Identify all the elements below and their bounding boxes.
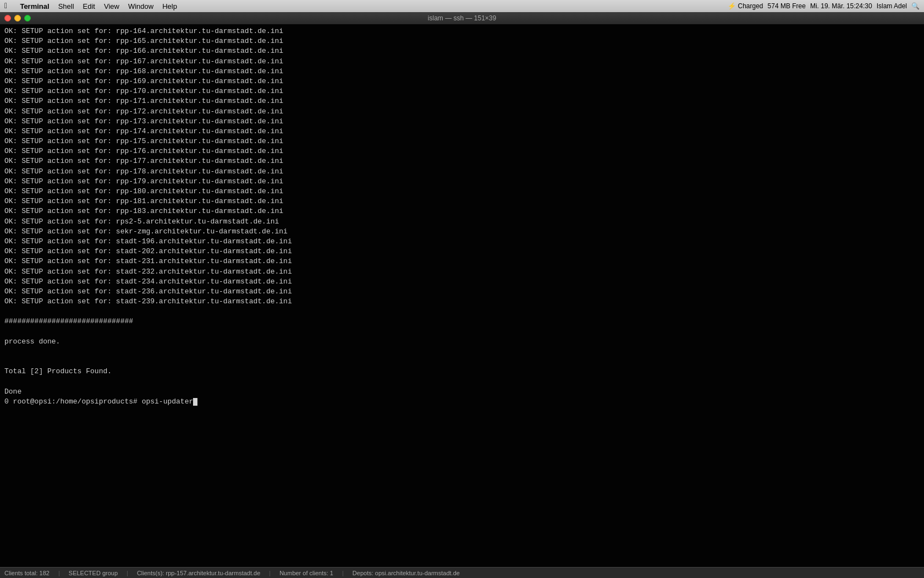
datetime: Mi. 19. Mär. 15:24:30 bbox=[810, 2, 872, 10]
terminal-line: OK: SETUP action set for: rpp-169.archit… bbox=[4, 77, 920, 86]
terminal-line: OK: SETUP action set for: rpp-175.archit… bbox=[4, 137, 920, 146]
terminal-line: OK: SETUP action set for: rpp-168.archit… bbox=[4, 67, 920, 77]
terminal-line: OK: SETUP action set for: stadt-239.arch… bbox=[4, 297, 920, 307]
terminal-line: OK: SETUP action set for: rpp-183.archit… bbox=[4, 206, 920, 216]
terminal-line: OK: SETUP action set for: rpp-172.archit… bbox=[4, 107, 920, 117]
terminal-line: OK: SETUP action set for: stadt-236.arch… bbox=[4, 287, 920, 297]
terminal-window: islam — ssh — 151×39 OK: SETUP action se… bbox=[0, 12, 924, 578]
terminal-line: OK: SETUP action set for: stadt-232.arch… bbox=[4, 267, 920, 277]
username: Islam Adel bbox=[877, 2, 907, 10]
terminal-line: OK: SETUP action set for: stadt-202.arch… bbox=[4, 247, 920, 257]
menu-terminal[interactable]: Terminal bbox=[20, 2, 49, 10]
terminal-title: islam — ssh — 151×39 bbox=[428, 14, 496, 22]
status-bar: Clients total: 182 | SELECTED group | Cl… bbox=[0, 567, 924, 578]
terminal-line: OK: SETUP action set for: sekr-zmg.archi… bbox=[4, 227, 920, 237]
menubar:  Terminal Shell Edit View Window Help ⚡… bbox=[0, 0, 924, 12]
menubar-right: ⚡ Charged 574 MB Free Mi. 19. Mär. 15:24… bbox=[728, 2, 920, 10]
terminal-line: OK: SETUP action set for: rpp-171.archit… bbox=[4, 96, 920, 106]
done-line: Done bbox=[4, 387, 920, 397]
menu-edit[interactable]: Edit bbox=[83, 2, 95, 10]
terminal-content[interactable]: OK: SETUP action set for: rpp-164.archit… bbox=[0, 24, 924, 567]
maximize-button[interactable] bbox=[24, 15, 31, 21]
depots: Depots: opsi.architektur.tu-darmstadt.de bbox=[353, 570, 460, 576]
menu-view[interactable]: View bbox=[104, 2, 119, 10]
minimize-button[interactable] bbox=[14, 15, 21, 21]
terminal-line: OK: SETUP action set for: rps2-5.archite… bbox=[4, 217, 920, 227]
traffic-lights bbox=[4, 15, 31, 21]
terminal-line: OK: SETUP action set for: rpp-173.archit… bbox=[4, 117, 920, 127]
clients-selected: Clients(s): rpp-157.architektur.tu-darms… bbox=[137, 570, 260, 576]
number-of-clients: Number of clients: 1 bbox=[279, 570, 333, 576]
terminal-line: OK: SETUP action set for: rpp-170.archit… bbox=[4, 86, 920, 96]
terminal-titlebar: islam — ssh — 151×39 bbox=[0, 12, 924, 24]
search-icon[interactable]: 🔍 bbox=[911, 2, 920, 10]
terminal-line: OK: SETUP action set for: rpp-176.archit… bbox=[4, 146, 920, 156]
apple-menu[interactable]:  bbox=[4, 2, 9, 10]
hash-line: ############################## bbox=[4, 317, 920, 326]
terminal-line: OK: SETUP action set for: rpp-181.archit… bbox=[4, 197, 920, 206]
close-button[interactable] bbox=[4, 15, 11, 21]
battery-status: ⚡ Charged bbox=[728, 2, 763, 10]
clients-total: Clients total: 182 bbox=[4, 570, 50, 576]
terminal-line: OK: SETUP action set for: rpp-166.archit… bbox=[4, 46, 920, 56]
terminal-line: OK: SETUP action set for: rpp-167.archit… bbox=[4, 57, 920, 67]
terminal-line: OK: SETUP action set for: rpp-165.archit… bbox=[4, 36, 920, 46]
menu-shell[interactable]: Shell bbox=[58, 2, 74, 10]
process-done-line: process done. bbox=[4, 337, 920, 347]
products-found-line: Total [2] Products Found. bbox=[4, 367, 920, 377]
prompt-line[interactable]: 0 root@opsi:/home/opsiproducts# opsi-upd… bbox=[4, 397, 920, 407]
terminal-line: OK: SETUP action set for: rpp-178.archit… bbox=[4, 167, 920, 177]
terminal-line: OK: SETUP action set for: stadt-231.arch… bbox=[4, 257, 920, 266]
memory-status: 574 MB Free bbox=[768, 2, 806, 10]
terminal-line: OK: SETUP action set for: rpp-180.archit… bbox=[4, 187, 920, 197]
terminal-line: OK: SETUP action set for: stadt-234.arch… bbox=[4, 277, 920, 287]
terminal-line: OK: SETUP action set for: rpp-177.archit… bbox=[4, 156, 920, 166]
terminal-line: OK: SETUP action set for: rpp-179.archit… bbox=[4, 177, 920, 187]
terminal-cursor bbox=[193, 398, 197, 406]
terminal-line: OK: SETUP action set for: stadt-196.arch… bbox=[4, 237, 920, 247]
terminal-line: OK: SETUP action set for: rpp-164.archit… bbox=[4, 26, 920, 36]
menu-window[interactable]: Window bbox=[128, 2, 153, 10]
selected-group: SELECTED group bbox=[69, 570, 118, 576]
menu-help[interactable]: Help bbox=[162, 2, 177, 10]
terminal-line: OK: SETUP action set for: rpp-174.archit… bbox=[4, 127, 920, 137]
